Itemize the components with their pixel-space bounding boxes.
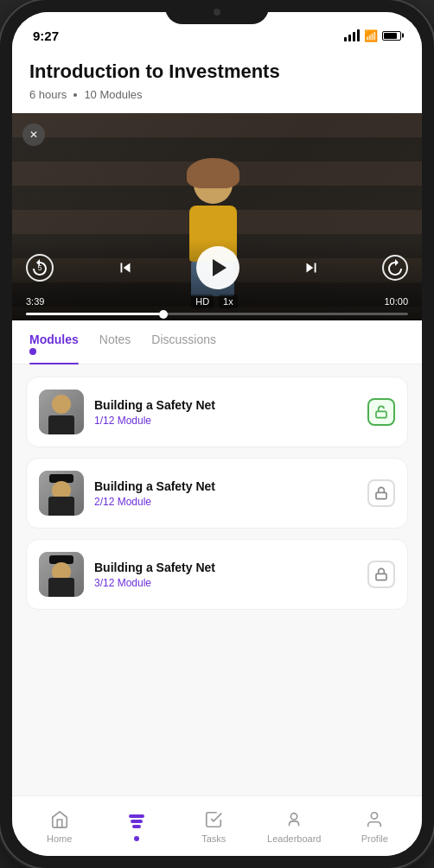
module-info-2: Building a Safety Net 2/12 Module (94, 479, 357, 508)
courses-active-dot (134, 836, 139, 841)
total-time: 10:00 (384, 296, 408, 307)
nav-courses[interactable] (112, 811, 160, 841)
progress-thumb (159, 310, 168, 319)
module-subtitle-3: 3/12 Module (94, 577, 357, 589)
course-duration: 6 hours (29, 88, 67, 101)
leaderboard-label: Leaderboard (267, 833, 321, 844)
svg-point-4 (372, 812, 378, 818)
bottom-navigation: Home (12, 795, 422, 856)
forward-icon (386, 258, 405, 277)
replay-5-label: 5 (37, 263, 41, 272)
time-row: 3:39 HD 1x 10:00 (26, 295, 408, 308)
progress-fill (26, 313, 163, 315)
playback-controls: 5 (26, 246, 408, 289)
modules-list: Building a Safety Net 1/12 Module (12, 364, 422, 795)
nav-leaderboard[interactable]: Leaderboard (267, 809, 321, 844)
tasks-label: Tasks (201, 833, 226, 844)
person-hair (187, 158, 239, 188)
module-title-2: Building a Safety Net (94, 479, 357, 493)
module-title-1: Building a Safety Net (94, 398, 357, 412)
course-meta: 6 hours 10 Modules (29, 88, 405, 101)
svg-point-3 (291, 813, 297, 819)
profile-label: Profile (361, 833, 388, 844)
course-header: Introduction to Investments 6 hours 10 M… (12, 50, 422, 113)
module-lock-1 (367, 398, 395, 426)
main-content: Introduction to Investments 6 hours 10 M… (12, 50, 422, 856)
tab-notes[interactable]: Notes (99, 320, 131, 364)
replay-5-button[interactable]: 5 (26, 254, 54, 282)
course-modules: 10 Modules (84, 88, 142, 101)
video-controls: 5 (12, 239, 422, 320)
nav-home[interactable]: Home (35, 809, 83, 844)
tasks-icon (203, 809, 224, 830)
quality-button[interactable]: HD (191, 295, 214, 308)
svg-rect-1 (376, 493, 386, 499)
tabs-bar: Modules Notes Discussions (12, 320, 422, 364)
forward-10-button[interactable] (382, 255, 408, 281)
wifi-icon: 📶 (364, 29, 378, 42)
home-label: Home (47, 833, 72, 844)
phone-screen: 9:27 📶 Introduction to Investments (12, 12, 422, 856)
play-icon (213, 259, 227, 276)
svg-rect-0 (376, 412, 386, 418)
module-title-3: Building a Safety Net (94, 561, 357, 574)
nav-tasks[interactable]: Tasks (190, 809, 238, 844)
progress-bar[interactable] (26, 313, 408, 315)
person-head (194, 165, 233, 204)
nav-profile[interactable]: Profile (351, 809, 399, 844)
notch (165, 0, 269, 24)
module-item-2[interactable]: Building a Safety Net 2/12 Module (26, 458, 408, 529)
status-icons: 📶 (344, 29, 401, 42)
tab-modules[interactable]: Modules (29, 320, 79, 364)
module-info-1: Building a Safety Net 1/12 Module (94, 398, 357, 427)
prev-icon (116, 258, 135, 277)
module-item-3[interactable]: Building a Safety Net 3/12 Module (26, 539, 408, 610)
next-icon (302, 258, 321, 277)
unlock-icon (374, 405, 388, 419)
lock-icon-3 (374, 567, 388, 581)
time-display: 9:27 (33, 29, 59, 43)
module-info-3: Building a Safety Net 3/12 Module (94, 561, 357, 589)
previous-button[interactable] (116, 258, 135, 277)
profile-icon (364, 809, 385, 830)
play-button[interactable] (196, 246, 239, 289)
phone-frame: 9:27 📶 Introduction to Investments (0, 0, 434, 868)
video-player[interactable]: ✕ 5 (12, 113, 422, 320)
close-icon: ✕ (29, 130, 38, 140)
module-lock-2 (367, 479, 395, 507)
leaderboard-icon (284, 809, 304, 830)
current-time: 3:39 (26, 296, 44, 307)
signal-icon (344, 29, 360, 41)
battery-icon (382, 31, 401, 41)
home-icon (49, 809, 70, 830)
course-title: Introduction to Investments (29, 60, 405, 83)
courses-icon (126, 811, 147, 832)
lock-icon-2 (374, 486, 388, 500)
next-button[interactable] (302, 258, 321, 277)
module-thumb-3 (39, 552, 84, 597)
tab-discussions[interactable]: Discussions (151, 320, 216, 364)
camera (214, 9, 220, 16)
speed-button[interactable]: 1x (219, 295, 238, 308)
modules-tab-dot (29, 348, 36, 355)
svg-rect-2 (376, 574, 386, 580)
meta-separator (73, 93, 77, 97)
module-thumb-2 (39, 471, 84, 516)
module-thumb-1 (39, 390, 84, 434)
module-lock-3 (367, 561, 395, 588)
module-item-1[interactable]: Building a Safety Net 1/12 Module (26, 377, 408, 447)
module-subtitle-1: 1/12 Module (94, 415, 357, 427)
module-subtitle-2: 2/12 Module (94, 496, 357, 508)
